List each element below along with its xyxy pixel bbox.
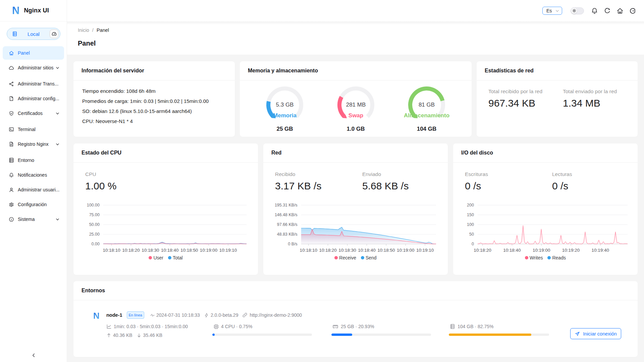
- node-version: 2.0.0-beta.29: [204, 312, 238, 318]
- svg-text:200: 200: [467, 203, 474, 207]
- sidebar-collapse-button[interactable]: [0, 353, 67, 358]
- environment-selector[interactable]: Local: [7, 28, 60, 40]
- sidebar-item-administrar-sitios[interactable]: Administrar sitios: [3, 61, 64, 74]
- dashboard-gauge-button[interactable]: [50, 29, 58, 38]
- cpu-chart: 100.0075.0050.0025.000.0010:18:1010:18:2…: [73, 194, 258, 253]
- row-overview: Información del servidor Tiempo encendid…: [73, 61, 638, 137]
- dashboard-content: Información del servidor Tiempo encendid…: [67, 55, 644, 362]
- sidebar-item-label: Configuración: [18, 202, 59, 207]
- legend-dot: [334, 256, 338, 259]
- memory-icon: [332, 323, 338, 329]
- network-stats-body: Total recibido por la red967.34 KBTotal …: [477, 80, 638, 109]
- chart-stats: Recibido3.17 KB /sEnviado5.68 KB /s: [263, 163, 448, 192]
- chart-legend: WritesReads: [453, 255, 638, 261]
- sidebar-item-registro-nginx[interactable]: Registro Nginx: [3, 137, 64, 151]
- legend-reads[interactable]: Reads: [547, 255, 566, 260]
- svg-text:146.48 KB/s: 146.48 KB/s: [275, 213, 298, 217]
- stat-value: 0 /s: [465, 180, 552, 192]
- stat: Lecturas0 /s: [552, 171, 630, 192]
- legend-send[interactable]: Send: [361, 255, 377, 260]
- legend-user[interactable]: User: [149, 255, 163, 260]
- node-status-badge: En línea: [127, 311, 144, 319]
- sidebar-item-label: Sistema: [18, 217, 56, 222]
- cpu-card: Estado del CPUCPU1.00 %100.0075.0050.002…: [73, 143, 258, 275]
- sidebar-item-label: Certificados: [18, 111, 56, 116]
- theme-toggle-knob: [571, 8, 577, 14]
- info-icon: [9, 217, 14, 222]
- node-name: node-1: [106, 312, 122, 318]
- share-icon: [9, 81, 14, 86]
- notifications-bell-icon[interactable]: [591, 7, 598, 14]
- legend-dot: [149, 256, 152, 259]
- arrow-down-icon: [137, 333, 142, 338]
- logout-power-icon[interactable]: [629, 7, 636, 14]
- sidebar-item-administrar-usuarios[interactable]: Administrar usuari...: [3, 183, 64, 196]
- chevron-down-icon: [56, 142, 59, 146]
- sidebar-item-administrar-configuraciones[interactable]: Administrar config...: [3, 92, 64, 105]
- sidebar: N Nginx UI Local: [0, 0, 67, 362]
- sidebar-item-certificados[interactable]: Certificados: [3, 107, 64, 120]
- sidebar-item-label: Terminal: [18, 127, 59, 132]
- sun-icon: [572, 9, 576, 13]
- sidebar-item-administrar-transmisiones[interactable]: Administrar Trans...: [3, 77, 64, 90]
- network-stats-title: Estadísticas de red: [477, 61, 638, 80]
- svg-text:10:19:40: 10:19:40: [592, 248, 609, 253]
- home-icon[interactable]: [616, 7, 624, 14]
- storage-icon: [450, 324, 455, 329]
- svg-text:10:19:10: 10:19:10: [219, 248, 237, 253]
- breadcrumb-home[interactable]: Inicio: [78, 27, 89, 33]
- theme-toggle[interactable]: [571, 7, 584, 14]
- network-card: RedRecibido3.17 KB /sEnviado5.68 KB /s19…: [263, 143, 448, 275]
- stat: CPU1.00 %: [85, 171, 172, 192]
- language-select[interactable]: Es: [542, 7, 562, 15]
- server-info-line: CPU: Neoverse-N1 * 4: [82, 118, 227, 125]
- cpu-icon: [213, 324, 219, 329]
- svg-text:10:18:20: 10:18:20: [122, 248, 140, 253]
- legend-total[interactable]: Total: [168, 255, 183, 260]
- network-stats-card: Estadísticas de red Total recibido por l…: [477, 61, 638, 137]
- line-chart-icon: [106, 324, 112, 329]
- brand-logo: N Nginx UI: [0, 0, 67, 21]
- sidebar-item-label: Administrar config...: [18, 96, 59, 101]
- stat-value: 1.00 %: [85, 180, 172, 192]
- server-info-line: Tiempo encendido: 108d 6h 48m: [82, 88, 227, 95]
- send-icon: [575, 331, 580, 337]
- sidebar-item-terminal[interactable]: Terminal: [3, 123, 64, 136]
- stat-label: CPU: [85, 171, 172, 177]
- sidebar-item-entorno[interactable]: Entorno: [3, 154, 64, 167]
- sidebar-item-panel[interactable]: Panel: [3, 46, 64, 60]
- environment-selector-label: Local: [17, 31, 50, 37]
- svg-text:10:18:20: 10:18:20: [474, 248, 491, 253]
- stat: Enviado5.68 KB /s: [362, 171, 440, 192]
- server-info-card: Información del servidor Tiempo encendid…: [73, 61, 235, 137]
- legend-writes[interactable]: Writes: [525, 255, 543, 260]
- svg-text:10:18:30: 10:18:30: [338, 248, 356, 253]
- svg-text:50.00: 50.00: [89, 222, 100, 227]
- memory-storage-card: Memoria y almacenamiento 5.3 GBMemoria25…: [240, 61, 472, 137]
- legend-dot: [361, 256, 364, 259]
- svg-text:25.00: 25.00: [89, 232, 100, 237]
- stat-label: Escrituras: [465, 171, 552, 177]
- row-environments: Entornos N node-1 En línea 2024-07-31 10…: [73, 281, 638, 357]
- terminal-icon: [9, 127, 14, 132]
- sidebar-item-notificaciones[interactable]: Notificaciones: [3, 168, 64, 182]
- legend-receive[interactable]: Receive: [334, 255, 356, 260]
- sidebar-item-label: Panel: [18, 50, 59, 56]
- home-icon: [9, 50, 14, 56]
- bell-icon: [9, 172, 14, 178]
- connect-button[interactable]: Iniciar conexión: [570, 328, 621, 339]
- sidebar-item-sistema[interactable]: Sistema: [3, 213, 64, 226]
- chart-stats: Escrituras0 /sLecturas0 /s: [453, 163, 638, 192]
- svg-text:48.83 KB/s: 48.83 KB/s: [277, 232, 298, 237]
- stat: Escrituras0 /s: [465, 171, 552, 192]
- gauge-name: Memoria: [273, 112, 297, 119]
- refresh-icon[interactable]: [603, 7, 611, 14]
- row-charts: Estado del CPUCPU1.00 %100.0075.0050.002…: [73, 143, 638, 275]
- breadcrumb-separator: /: [92, 27, 94, 33]
- arrow-up-icon: [106, 333, 111, 338]
- sidebar-item-label: Entorno: [18, 158, 59, 163]
- gauge-value: 5.3 GB: [276, 102, 294, 108]
- environments-title: Entornos: [73, 281, 638, 300]
- net-total-stat: Total recibido por la red967.34 KB: [488, 88, 563, 109]
- sidebar-item-configuracion[interactable]: Configuración: [3, 198, 64, 211]
